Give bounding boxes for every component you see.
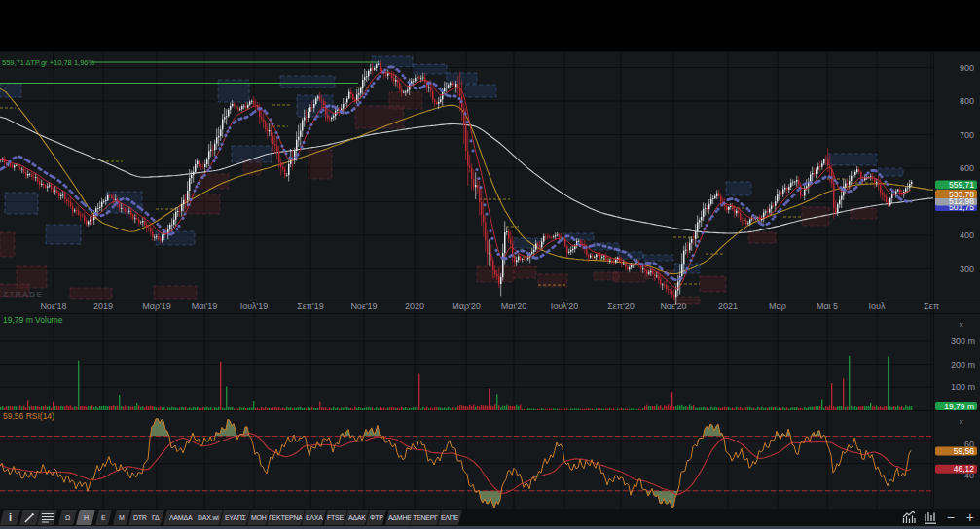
- svg-text:×: ×: [959, 320, 963, 330]
- svg-text:559,71 ΔΤΡ.gr +10,78 1,96%: 559,71 ΔΤΡ.gr +10,78 1,96%: [2, 58, 94, 67]
- svg-text:Μαρ: Μαρ: [769, 301, 786, 311]
- svg-text:Μαρ'19: Μαρ'19: [142, 301, 171, 311]
- svg-text:Σεπ: Σεπ: [924, 301, 939, 311]
- svg-text:Νοε'18: Νοε'18: [40, 301, 66, 311]
- svg-text:46,12: 46,12: [954, 464, 975, 474]
- svg-text:Ιουλ: Ιουλ: [869, 301, 886, 311]
- svg-text:Μαι 5: Μαι 5: [817, 301, 838, 311]
- svg-text:2021: 2021: [718, 301, 738, 311]
- svg-text:Μαι'19: Μαι'19: [192, 301, 217, 311]
- svg-text:200 m: 200 m: [951, 360, 975, 370]
- svg-text:559,71: 559,71: [949, 180, 974, 190]
- svg-text:Ιουλ'19: Ιουλ'19: [240, 301, 269, 311]
- svg-text:×: ×: [959, 417, 963, 427]
- svg-text:400: 400: [960, 230, 974, 240]
- svg-text:19,79 m Volume: 19,79 m Volume: [3, 315, 63, 325]
- svg-text:300 m: 300 m: [951, 336, 975, 346]
- svg-text:Ιουλ'20: Ιουλ'20: [551, 301, 579, 311]
- svg-text:300: 300: [960, 264, 974, 274]
- svg-text:900: 900: [960, 63, 974, 73]
- svg-text:59,56: 59,56: [954, 446, 975, 456]
- svg-text:100 m: 100 m: [951, 382, 975, 392]
- svg-text:2019: 2019: [93, 301, 113, 311]
- svg-text:700: 700: [960, 130, 974, 140]
- svg-text:Νοε'19: Νοε'19: [350, 301, 377, 311]
- svg-text:800: 800: [960, 96, 974, 106]
- svg-text:600: 600: [960, 163, 974, 173]
- svg-text:Σεπ'19: Σεπ'19: [297, 301, 324, 311]
- svg-text:Σεπ'20: Σεπ'20: [607, 301, 635, 311]
- svg-text:19,79 m: 19,79 m: [944, 402, 974, 411]
- svg-text:533,78: 533,78: [949, 190, 974, 199]
- svg-text:Μαι'20: Μαι'20: [501, 301, 526, 311]
- svg-text:Μαρ'20: Μαρ'20: [452, 301, 481, 311]
- svg-text:59,56 RSI(14): 59,56 RSI(14): [3, 411, 54, 421]
- svg-text:2020: 2020: [405, 301, 424, 311]
